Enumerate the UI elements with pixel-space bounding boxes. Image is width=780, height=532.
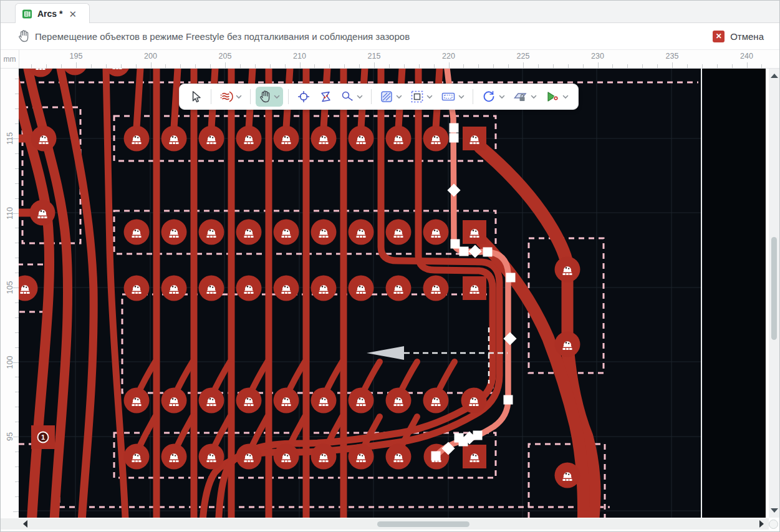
zoom-tool-button[interactable] xyxy=(337,87,366,107)
vertex-handle-square[interactable] xyxy=(450,133,459,143)
pad[interactable] xyxy=(274,276,299,301)
pad[interactable] xyxy=(124,276,150,301)
hand-icon xyxy=(259,90,271,104)
pad-square[interactable] xyxy=(463,445,486,468)
scroll-left-icon[interactable] xyxy=(23,520,27,528)
pad[interactable] xyxy=(349,444,374,470)
pad-square[interactable] xyxy=(463,276,486,300)
tab-close-icon[interactable]: ✕ xyxy=(69,9,77,19)
pad[interactable] xyxy=(423,126,449,152)
pad[interactable] xyxy=(236,444,262,470)
scroll-right-icon[interactable] xyxy=(759,520,764,528)
scroll-down-icon[interactable] xyxy=(771,508,778,513)
pcb-canvas-wrap[interactable]: 1 xyxy=(19,69,766,518)
pad[interactable] xyxy=(349,220,374,245)
pad[interactable] xyxy=(31,126,57,152)
pad[interactable] xyxy=(236,220,262,245)
pad[interactable] xyxy=(386,388,412,414)
pad[interactable] xyxy=(161,444,187,470)
horizontal-scroll-thumb[interactable] xyxy=(377,521,469,527)
pad[interactable] xyxy=(555,257,580,283)
chevron-down-icon[interactable] xyxy=(458,95,465,99)
vertex-handle-square[interactable] xyxy=(483,248,493,257)
pad[interactable] xyxy=(386,276,412,301)
vertex-handle-square[interactable] xyxy=(450,123,459,133)
pad[interactable] xyxy=(349,276,374,301)
vertex-handle-square[interactable] xyxy=(451,239,460,249)
chevron-down-icon[interactable] xyxy=(426,95,433,99)
chevron-down-icon[interactable] xyxy=(562,95,569,99)
pad[interactable] xyxy=(199,220,224,245)
pad[interactable] xyxy=(124,126,150,152)
pad-square[interactable] xyxy=(463,127,486,150)
pad[interactable] xyxy=(274,388,299,414)
panel-display-tool-button[interactable] xyxy=(438,87,468,107)
cancel-button[interactable]: ✕ Отмена xyxy=(713,31,764,42)
selection-filter-tool-button[interactable] xyxy=(407,87,436,107)
chevron-down-icon[interactable] xyxy=(274,95,280,99)
layer-lock-tool-button[interactable] xyxy=(510,87,540,107)
ruler-unit-label: mm xyxy=(1,50,19,69)
route-tool-button[interactable] xyxy=(216,87,245,107)
vertex-handle-square[interactable] xyxy=(431,452,441,461)
pad-pin1[interactable]: 1 xyxy=(31,425,55,449)
pad[interactable] xyxy=(30,200,55,226)
horizontal-scrollbar[interactable] xyxy=(1,518,769,530)
pad[interactable] xyxy=(236,388,262,414)
pad[interactable] xyxy=(311,220,337,245)
pad[interactable] xyxy=(555,463,580,488)
tab-arcs[interactable]: Arcs * ✕ xyxy=(15,3,90,24)
pad[interactable] xyxy=(161,276,187,301)
pad[interactable] xyxy=(199,126,224,152)
pcb-canvas[interactable]: 1 xyxy=(19,69,766,518)
pad[interactable] xyxy=(161,220,187,245)
pad[interactable] xyxy=(555,332,580,357)
run-check-tool-button[interactable] xyxy=(542,87,572,107)
vertex-handle-square[interactable] xyxy=(506,273,516,283)
pan-tool-button[interactable] xyxy=(256,87,283,107)
pad[interactable] xyxy=(311,126,337,152)
pad[interactable] xyxy=(124,388,150,414)
pad[interactable] xyxy=(311,276,337,301)
fill-display-tool-button[interactable] xyxy=(377,87,405,107)
h-ruler-label: 225 xyxy=(517,52,530,60)
chevron-down-icon[interactable] xyxy=(531,95,537,99)
pad[interactable] xyxy=(124,444,150,470)
pad[interactable] xyxy=(274,444,299,470)
vertex-handle-square[interactable] xyxy=(460,247,469,256)
pad[interactable] xyxy=(423,220,449,245)
pad[interactable] xyxy=(274,220,299,245)
chevron-down-icon[interactable] xyxy=(357,95,363,99)
pad-square[interactable] xyxy=(463,220,486,244)
pad[interactable] xyxy=(311,388,337,414)
pad[interactable] xyxy=(349,388,374,414)
pad[interactable] xyxy=(236,126,262,152)
pad[interactable] xyxy=(199,388,224,414)
origin-tool-button[interactable] xyxy=(294,87,314,107)
pad[interactable] xyxy=(199,444,224,470)
vertical-scroll-thumb[interactable] xyxy=(771,237,777,340)
pad[interactable] xyxy=(386,444,412,470)
pad[interactable] xyxy=(461,388,487,414)
pad[interactable] xyxy=(199,276,224,301)
flip-layer-tool-button[interactable] xyxy=(315,87,335,107)
pad[interactable] xyxy=(423,276,449,301)
vertical-scrollbar[interactable] xyxy=(769,69,779,518)
pad[interactable] xyxy=(161,388,187,414)
chevron-down-icon[interactable] xyxy=(396,95,402,99)
pad[interactable] xyxy=(274,126,299,152)
pad[interactable] xyxy=(311,444,337,470)
refresh-tool-button[interactable] xyxy=(478,87,508,107)
select-tool-button[interactable] xyxy=(186,87,206,107)
scroll-up-icon[interactable] xyxy=(771,74,778,78)
pad[interactable] xyxy=(161,126,187,152)
pad[interactable] xyxy=(236,276,262,301)
pad[interactable] xyxy=(386,126,412,152)
pad[interactable] xyxy=(349,126,374,152)
vertex-handle-square[interactable] xyxy=(504,395,513,405)
pad[interactable] xyxy=(423,388,449,414)
chevron-down-icon[interactable] xyxy=(236,95,242,99)
pad[interactable] xyxy=(124,220,150,245)
pad[interactable] xyxy=(386,220,412,245)
chevron-down-icon[interactable] xyxy=(499,95,505,99)
